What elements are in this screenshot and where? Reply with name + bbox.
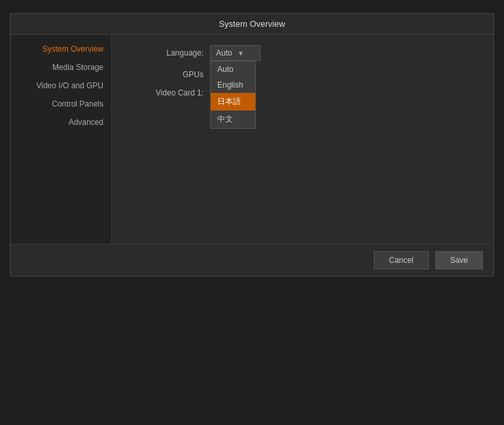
video-card-1-label: Video Card 1:: [125, 88, 204, 97]
gpus-label: GPUs: [125, 70, 204, 79]
language-label: Language:: [125, 48, 204, 58]
main-content: Language: Auto ▼ Auto English: [112, 35, 494, 244]
dropdown-arrow-icon: ▼: [238, 50, 244, 57]
dropdown-option-chinese[interactable]: 中文: [211, 110, 255, 128]
dropdown-option-auto[interactable]: Auto: [211, 61, 255, 77]
cancel-button[interactable]: Cancel: [374, 251, 428, 269]
sidebar-item-advanced[interactable]: Advanced: [10, 113, 111, 131]
dialog: System Overview System Overview Media St…: [10, 13, 494, 277]
sidebar: System Overview Media Storage Video I/O …: [10, 35, 112, 244]
language-dropdown-button[interactable]: Auto ▼: [210, 45, 261, 61]
language-dropdown-wrapper: Auto ▼ Auto English 日本語: [210, 45, 261, 61]
dialog-body: System Overview Media Storage Video I/O …: [10, 35, 494, 244]
sidebar-item-video-io-gpu[interactable]: Video I/O and GPU: [10, 76, 111, 95]
outer-wrapper: System Overview System Overview Media St…: [0, 0, 504, 425]
language-row: Language: Auto ▼ Auto English: [125, 45, 480, 61]
language-dropdown-menu: Auto English 日本語 中文: [210, 61, 256, 129]
sidebar-item-media-storage[interactable]: Media Storage: [10, 58, 111, 76]
dialog-footer: Cancel Save: [10, 244, 494, 276]
sidebar-item-system-overview[interactable]: System Overview: [10, 40, 111, 58]
dialog-titlebar: System Overview: [10, 14, 494, 35]
sidebar-item-control-panels[interactable]: Control Panels: [10, 95, 111, 113]
dropdown-option-japanese[interactable]: 日本語: [211, 93, 255, 110]
dropdown-option-english[interactable]: English: [211, 77, 255, 93]
gpus-row: GPUs: [125, 70, 480, 79]
language-selected-value: Auto: [216, 48, 232, 58]
video-card-1-row: Video Card 1: 285: [125, 88, 480, 97]
dialog-title: System Overview: [219, 19, 285, 29]
save-button[interactable]: Save: [435, 251, 483, 269]
